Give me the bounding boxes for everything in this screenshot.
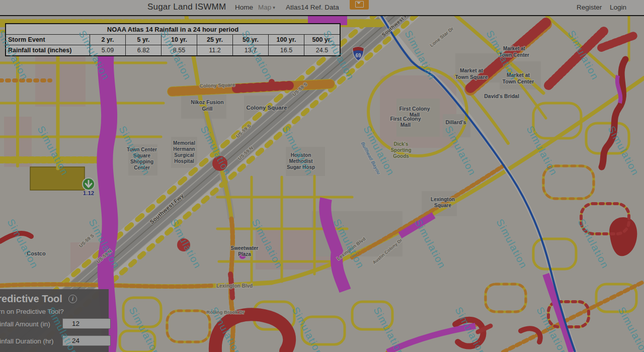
nav-item-map[interactable]: Map▾ — [258, 4, 275, 11]
rainfall-table: NOAA Atlas 14 Rainfall in a 24 hour peri… — [5, 23, 341, 56]
map-label: Lexington — [431, 197, 455, 202]
map-label: Grill — [202, 106, 212, 112]
map-label: Houston — [291, 152, 311, 158]
map-label: Dillard's — [445, 119, 466, 125]
map-label: Hermann — [173, 146, 195, 152]
predictive-tool-panel: Predictive Tooli Turn on Predictive Tool… — [0, 289, 109, 352]
map-label: Lexington Blvd — [216, 283, 253, 289]
storm-event-column-header: 2 yr. — [90, 35, 126, 45]
map-label: First Colony — [399, 106, 430, 112]
caret-down-icon: ▾ — [273, 5, 275, 10]
gauge-marker[interactable]: 1.12 — [83, 178, 95, 196]
map-label: First Colony — [390, 116, 421, 122]
storm-event-header: Storm Event — [6, 35, 90, 45]
gauge-value: 1.12 — [83, 190, 94, 196]
storm-event-column-header: 5 yr. — [126, 35, 162, 45]
map-label: Market at — [503, 46, 526, 51]
rainfall-value-cell: 24.5 — [304, 45, 341, 56]
map-label: Methodist — [289, 158, 313, 164]
nav-item-home[interactable]: Home — [235, 4, 253, 11]
rainfall-amount-label: Rainfall Amount (in) — [0, 320, 50, 328]
map-label: Sugar Hosp — [287, 164, 315, 170]
map-label: Town Center — [499, 52, 529, 58]
map-label: Square — [434, 203, 451, 208]
map-label: Plaza — [238, 251, 251, 257]
rainfall-amount-input[interactable] — [62, 318, 111, 329]
map-label: Memorial — [173, 140, 195, 146]
map-label: Market at — [460, 67, 484, 73]
map-label: Dick's — [393, 141, 409, 147]
rainfall-value-cell: 11.2 — [197, 45, 233, 56]
map-label: Town Center — [503, 78, 534, 84]
map-label: Sweetwater — [230, 245, 258, 251]
map-label: Nikoz Fusion — [191, 99, 223, 105]
storm-event-column-header: 500 yr. — [304, 35, 341, 45]
rainfall-value-cell: 5.09 — [90, 45, 126, 56]
rainfall-duration-label: Rainfall Duration (hr) — [0, 337, 54, 345]
storm-event-column-header: 10 yr. — [162, 35, 197, 45]
envelope-icon — [355, 1, 364, 8]
info-icon[interactable]: i — [68, 295, 77, 303]
header-bar: Sugar Land ISWMM Home Map▾ Atlas14 Ref. … — [0, 0, 644, 16]
predictive-tool-title: Predictive Tool — [0, 293, 62, 305]
brand-title: Sugar Land ISWMM — [147, 2, 226, 12]
map-label: Rolling Brook Dr — [206, 309, 245, 315]
map-label: Sporting — [390, 147, 411, 153]
rainfall-value-cell: 13.7 — [233, 45, 269, 56]
map-label: David's Bridal — [484, 93, 519, 99]
rainfall-value-cell: 16.5 — [269, 45, 304, 56]
map-label: Town Center — [127, 147, 157, 152]
login-link[interactable]: Login — [610, 4, 626, 11]
map-label: Colony Square — [246, 105, 287, 111]
rainfall-row-label: Rainfall total (inches) — [6, 45, 90, 56]
app-window: 69 1.12 Colony SquareColony SquareNikoz … — [0, 0, 644, 352]
map-label: Costco — [27, 250, 46, 256]
rainfall-value-cell: 8.55 — [162, 45, 197, 56]
map-label: Shopping — [130, 159, 153, 164]
map-label: Surgical — [174, 152, 194, 158]
storm-event-column-header: 100 yr. — [269, 35, 304, 45]
map-label: Hospital — [174, 158, 194, 164]
map-label: Town Square — [455, 74, 488, 80]
rainfall-duration-input[interactable] — [62, 335, 111, 346]
register-link[interactable]: Register — [577, 4, 602, 11]
storm-event-column-header: 50 yr. — [233, 35, 269, 45]
shield-number: 69 — [355, 53, 361, 58]
rainfall-table-title: NOAA Atlas 14 Rainfall in a 24 hour peri… — [6, 24, 340, 35]
map-label: Center — [134, 165, 150, 170]
map-label: Square — [133, 153, 150, 158]
map-label: Market at — [507, 72, 530, 78]
map-label: Goods — [393, 153, 409, 159]
alert-button[interactable] — [350, 0, 369, 10]
nav-item-atlas14[interactable]: Atlas14 Ref. Data — [286, 4, 339, 11]
storm-event-column-header: 25 yr. — [197, 35, 233, 45]
map-label: Mall — [400, 122, 411, 128]
rainfall-value-cell: 6.82 — [126, 45, 162, 56]
predictive-tool-question: Turn on Predictive Tool? — [0, 308, 104, 315]
